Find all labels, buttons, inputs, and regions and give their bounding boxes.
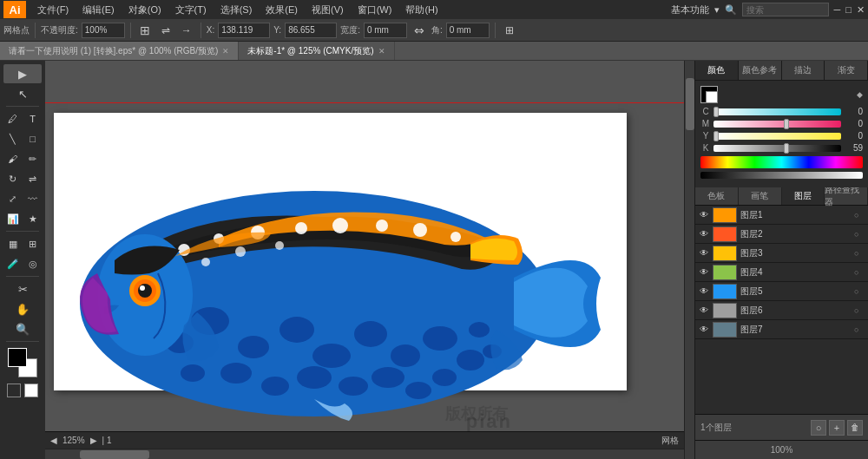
- opacity-input[interactable]: [82, 23, 125, 38]
- layer-row-4[interactable]: 👁 图层5 ○: [695, 282, 868, 301]
- panel-tab-color[interactable]: 颜色: [695, 61, 739, 80]
- layer-row-5[interactable]: 👁 图层6 ○: [695, 301, 868, 320]
- align-icon[interactable]: ⇌: [157, 22, 174, 39]
- menu-effect[interactable]: 效果(E): [260, 2, 304, 18]
- fish-artwork[interactable]: [45, 104, 635, 425]
- tool-rotate[interactable]: ↻: [3, 169, 22, 188]
- arrow-icon[interactable]: →: [178, 22, 195, 39]
- white-fill-swatch[interactable]: [24, 384, 38, 397]
- horizontal-scrollbar[interactable]: [45, 449, 684, 459]
- layer-row-0[interactable]: 👁 图层1 ○: [695, 206, 868, 225]
- nav-prev[interactable]: ◀: [50, 436, 57, 445]
- tool-gradient[interactable]: ▦: [3, 234, 22, 253]
- vertical-scrollbar-thumb[interactable]: [686, 78, 694, 130]
- panel-tab-color-guide[interactable]: 颜色参考: [739, 61, 782, 80]
- layer-3-lock[interactable]: ○: [854, 268, 865, 277]
- channel-k-slider[interactable]: [713, 145, 841, 152]
- tool-reflect[interactable]: ⇌: [23, 169, 42, 188]
- tool-pencil[interactable]: ✏: [23, 149, 42, 168]
- layer-4-visibility[interactable]: 👁: [699, 286, 709, 297]
- layer-0-visibility[interactable]: 👁: [699, 210, 709, 220]
- tool-symbol[interactable]: ★: [23, 209, 42, 228]
- layer-row-3[interactable]: 👁 图层4 ○: [695, 263, 868, 282]
- menu-view[interactable]: 视图(V): [306, 2, 350, 18]
- stroke-swatch[interactable]: [706, 91, 718, 103]
- tab-0-close[interactable]: ✕: [222, 47, 229, 56]
- tool-select[interactable]: ▶: [3, 64, 42, 83]
- tool-pen[interactable]: 🖊: [3, 109, 22, 128]
- close-button[interactable]: ✕: [857, 4, 865, 16]
- menu-window[interactable]: 窗口(W): [352, 2, 398, 18]
- transform-icon[interactable]: ⊞: [136, 22, 154, 39]
- tool-paintbrush[interactable]: 🖌: [3, 149, 22, 168]
- layer-5-lock[interactable]: ○: [854, 306, 865, 315]
- menu-help[interactable]: 帮助(H): [399, 2, 444, 18]
- w-input[interactable]: [364, 23, 407, 38]
- layer-row-6[interactable]: 👁 图层7 ○: [695, 320, 868, 339]
- layers-tab-brushes[interactable]: 画笔: [739, 187, 782, 205]
- layer-2-visibility[interactable]: 👁: [699, 248, 709, 259]
- canvas-area[interactable]: ◀ 125% ▶ | 1 网格 pian 版权所有: [45, 61, 694, 459]
- layers-tab-pathfinder[interactable]: 路径查找器: [825, 187, 868, 205]
- layer-row-2[interactable]: 👁 图层3 ○: [695, 244, 868, 263]
- tool-blend[interactable]: ◎: [23, 254, 42, 273]
- delete-layer-button[interactable]: 🗑: [847, 420, 863, 436]
- layers-tab-swatches[interactable]: 色板: [695, 187, 739, 205]
- menu-file[interactable]: 文件(F): [31, 2, 75, 18]
- layer-1-lock[interactable]: ○: [854, 230, 865, 239]
- tool-line[interactable]: ╲: [3, 129, 22, 148]
- tool-zoom[interactable]: 🔍: [3, 319, 42, 338]
- layer-6-visibility[interactable]: 👁: [699, 325, 709, 335]
- tool-scissors[interactable]: ✂: [3, 279, 42, 298]
- menu-select[interactable]: 选择(S): [214, 2, 259, 18]
- menu-object[interactable]: 对象(O): [122, 2, 168, 18]
- layer-2-lock[interactable]: ○: [854, 249, 865, 258]
- fill-swatch[interactable]: [700, 86, 718, 103]
- layer-6-lock[interactable]: ○: [854, 325, 865, 334]
- menu-edit[interactable]: 编辑(E): [76, 2, 121, 18]
- workspace-dropdown-icon[interactable]: ▾: [714, 4, 720, 16]
- horizontal-scrollbar-thumb[interactable]: [80, 450, 149, 459]
- foreground-color[interactable]: [8, 348, 27, 367]
- layer-5-visibility[interactable]: 👁: [699, 305, 709, 316]
- angle-input[interactable]: [446, 23, 490, 38]
- layer-row-1[interactable]: 👁 图层2 ○: [695, 225, 868, 244]
- panel-tab-stroke[interactable]: 描边: [782, 61, 825, 80]
- tool-eyedropper[interactable]: 🧪: [3, 254, 22, 273]
- maximize-button[interactable]: □: [845, 4, 852, 15]
- tool-rect[interactable]: □: [23, 129, 42, 148]
- panel-tab-gradient[interactable]: 渐变: [825, 61, 868, 80]
- layers-tab-layers[interactable]: 图层: [782, 187, 825, 205]
- y-input[interactable]: [285, 23, 337, 38]
- new-layer-button[interactable]: +: [829, 420, 845, 436]
- transform-more-icon[interactable]: ⊞: [501, 22, 518, 39]
- menu-text[interactable]: 文字(T): [169, 2, 213, 18]
- layer-4-lock[interactable]: ○: [854, 287, 865, 296]
- x-input[interactable]: [218, 23, 270, 38]
- color-selector[interactable]: [8, 348, 37, 377]
- tool-scale[interactable]: ⤢: [3, 189, 22, 208]
- tool-mesh[interactable]: ⊞: [23, 234, 42, 253]
- tab-0[interactable]: 请看一下使用说明 (1) [转换].eps* @ 100% (RGB/预览) ✕: [0, 42, 239, 60]
- tool-type[interactable]: T: [23, 109, 42, 128]
- layer-3-visibility[interactable]: 👁: [699, 267, 709, 278]
- grayscale-bar[interactable]: [700, 172, 863, 179]
- channel-m-slider[interactable]: [713, 121, 841, 128]
- link-icon[interactable]: ⇔: [411, 22, 428, 39]
- tab-1[interactable]: 未标题-1* @ 125% (CMYK/预览) ✕: [239, 42, 394, 60]
- no-fill-swatch[interactable]: [7, 384, 21, 397]
- vertical-scrollbar[interactable]: [684, 61, 694, 459]
- layer-1-visibility[interactable]: 👁: [699, 229, 709, 239]
- tool-warp[interactable]: 〰: [23, 189, 42, 208]
- minimize-button[interactable]: ─: [834, 4, 841, 15]
- color-spectrum[interactable]: [700, 156, 863, 168]
- search-input[interactable]: [742, 3, 829, 16]
- channel-y-slider[interactable]: [713, 133, 841, 140]
- nav-next[interactable]: ▶: [90, 436, 97, 445]
- tab-1-close[interactable]: ✕: [378, 47, 385, 56]
- channel-c-slider[interactable]: [713, 108, 841, 115]
- layer-0-lock[interactable]: ○: [854, 211, 865, 220]
- tool-graph[interactable]: 📊: [3, 209, 22, 228]
- tool-hand[interactable]: ✋: [3, 299, 42, 318]
- tool-direct-select[interactable]: ↖: [3, 84, 42, 103]
